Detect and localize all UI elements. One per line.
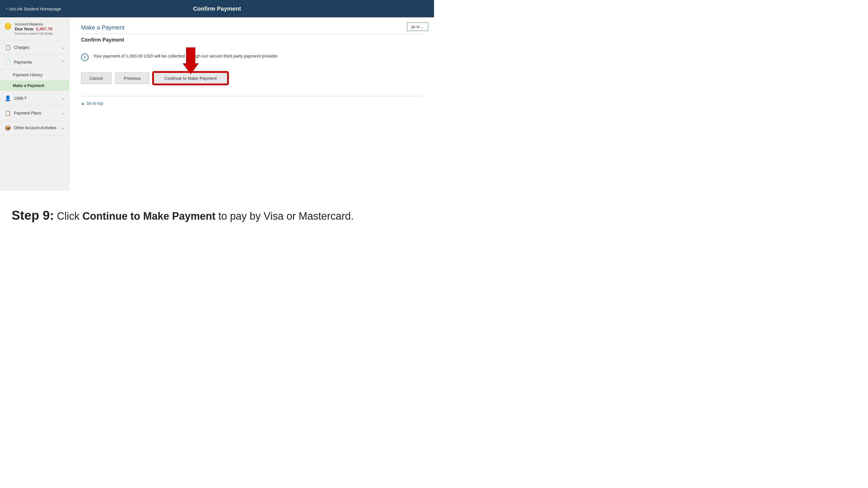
- step-text-prefix: Click: [57, 210, 83, 222]
- payment-plans-label: Payment Plans: [14, 111, 41, 116]
- arrow-shaft: [186, 47, 195, 63]
- charges-icon: 📋: [5, 44, 11, 51]
- go-to-top-icon: ▲: [81, 101, 85, 105]
- continue-button-wrapper: Continue to Make Payment: [153, 72, 228, 85]
- goto-label: go to ...: [411, 25, 424, 29]
- account-balance-block: 🪙 Account Balance Due Now 3,497.76 Curre…: [0, 18, 69, 40]
- account-balance-title: Account Balance: [15, 22, 53, 26]
- top-nav-bar: ‹ ctcLink Student Homepage Confirm Payme…: [0, 0, 434, 18]
- make-payment-title: Make a Payment: [81, 24, 423, 34]
- payments-label: Payments: [14, 60, 32, 64]
- main-layout: 🪙 Account Balance Due Now 3,497.76 Curre…: [0, 18, 434, 191]
- main-content: go to ... Make a Payment Confirm Payment…: [69, 18, 434, 191]
- sidebar-item-payment-plans[interactable]: 📋 Payment Plans ⌄: [0, 106, 69, 121]
- confirm-payment-heading: Confirm Payment: [81, 37, 423, 43]
- 1098t-label: 1098-T: [14, 96, 27, 101]
- back-to-homepage-link[interactable]: ‹ ctcLink Student Homepage: [6, 6, 61, 11]
- account-balance-text: Account Balance Due Now 3,497.76 Currenc…: [15, 22, 53, 35]
- step-highlight: Continue to Make Payment: [83, 210, 216, 222]
- other-activities-icon: 📦: [5, 125, 11, 131]
- 1098t-icon: 👤: [5, 95, 11, 101]
- info-box: i Your payment of 1,000.00 USD will be c…: [81, 50, 423, 64]
- account-balance-icon: 🪙: [4, 23, 12, 30]
- make-a-payment-label: Make a Payment: [13, 83, 44, 88]
- goto-dropdown[interactable]: go to ...: [407, 23, 428, 31]
- sidebar-sub-item-make-payment[interactable]: Make a Payment: [0, 80, 69, 91]
- chevron-left-icon: ‹: [6, 6, 7, 11]
- page-title: Confirm Payment: [193, 5, 241, 12]
- button-row: Cancel Previous Continue to Make Payment: [81, 72, 423, 85]
- payment-history-label: Payment History: [13, 72, 42, 77]
- step-instruction: Step 9: Click Continue to Make Payment t…: [0, 191, 434, 234]
- sidebar-sub-item-payment-history[interactable]: Payment History: [0, 70, 69, 80]
- red-arrow-annotation: [183, 47, 199, 74]
- payments-chevron-icon: ⌃: [62, 60, 64, 64]
- sidebar-item-1098t[interactable]: 👤 1098-T ⌄: [0, 91, 69, 106]
- back-link-label: ctcLink Student Homepage: [9, 6, 61, 11]
- step-text: Click Continue to Make Payment to pay by…: [57, 210, 354, 222]
- sidebar-item-payments[interactable]: 📄 Payments ⌃: [0, 55, 69, 70]
- sidebar-item-charges[interactable]: 📋 Charges ⌄: [0, 40, 69, 55]
- step-number: Step 9:: [11, 208, 54, 222]
- currency-label: Currency used is US Dollar: [15, 32, 53, 35]
- due-now-label: Due Now: [15, 26, 33, 31]
- charges-label: Charges: [14, 45, 29, 50]
- charges-chevron-icon: ⌄: [62, 45, 64, 50]
- go-to-top-label: Go to top: [87, 101, 103, 105]
- other-activities-chevron-icon: ⌄: [62, 126, 64, 130]
- cancel-button[interactable]: Cancel: [81, 72, 112, 84]
- 1098t-chevron-icon: ⌄: [62, 96, 64, 100]
- previous-button[interactable]: Previous: [116, 72, 149, 84]
- arrow-head: [183, 63, 199, 74]
- other-activities-label: Other Account Activities: [14, 126, 56, 130]
- step-text-rest: to pay by Visa or Mastercard.: [216, 210, 354, 222]
- sidebar-item-other-activities[interactable]: 📦 Other Account Activities ⌄: [0, 121, 69, 135]
- go-to-top-link[interactable]: ▲ Go to top: [81, 101, 423, 105]
- content-divider: [81, 96, 423, 96]
- info-icon: i: [81, 54, 89, 61]
- due-now-amount: 3,497.76: [36, 26, 52, 31]
- sidebar: 🪙 Account Balance Due Now 3,497.76 Curre…: [0, 18, 69, 191]
- payment-plans-chevron-icon: ⌄: [62, 111, 64, 115]
- due-now-row: Due Now 3,497.76: [15, 26, 53, 31]
- payment-plans-icon: 📋: [5, 110, 11, 116]
- payments-icon: 📄: [5, 59, 11, 65]
